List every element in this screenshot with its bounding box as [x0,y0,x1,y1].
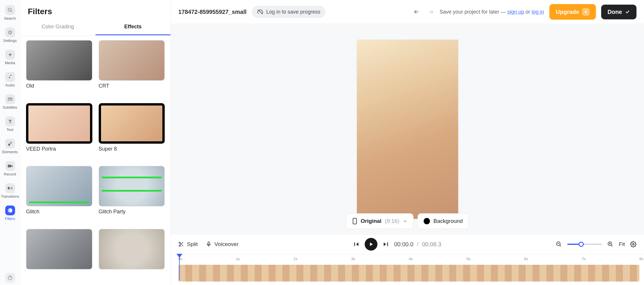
svg-rect-4 [8,100,10,100]
svg-rect-5 [11,100,12,100]
timeline-settings-button[interactable] [630,241,636,247]
effect-glitch[interactable]: Glitch [26,166,92,224]
tool-search[interactable]: Search [0,3,20,23]
tool-label: Record [4,172,16,176]
svg-rect-6 [8,144,10,146]
redo-button[interactable] [426,9,434,15]
subtitles-icon [5,94,15,104]
ruler-tick: 5s [467,257,471,261]
search-icon [5,5,15,15]
effect-thumb [99,103,165,144]
ruler-tick: 2s [293,257,298,261]
help-icon [5,273,15,283]
zoom-slider[interactable] [567,244,602,245]
login-to-save-button[interactable]: Log in to save progress [252,6,326,18]
timecode: 00:00.0 / 00:08.3 [394,241,441,248]
svg-point-15 [179,245,181,247]
effect-thumb [26,166,92,206]
aspect-dropdown[interactable]: Original (9:16) [346,213,413,229]
effect-old[interactable]: Old [26,40,92,98]
text-icon [5,116,15,126]
done-button[interactable]: Done [601,5,636,19]
tool-audio[interactable]: Audio [0,70,20,90]
play-icon [368,242,374,247]
effect-film[interactable] [26,229,92,281]
elements-icon [5,139,15,149]
video-preview[interactable] [357,40,458,219]
tool-transitions[interactable]: Transitions [0,181,20,201]
tool-media[interactable]: Media [0,47,20,67]
svg-point-14 [179,242,181,244]
effect-thumb [26,40,92,81]
mic-icon [206,241,212,247]
svg-point-0 [8,8,11,11]
effect-vhs[interactable] [99,229,165,281]
ruler-tick: 6s [524,257,528,261]
effects-grid: OldCRTVEED PortraSuper 8GlitchGlitch Par… [20,36,170,285]
tool-subtitles[interactable]: Subtitles [0,92,20,112]
record-icon [5,161,15,171]
fit-button[interactable]: Fit [619,241,625,247]
split-button[interactable]: Split [178,241,198,247]
effect-thumb [26,229,92,269]
effect-label: Glitch Party [99,209,165,215]
tool-elements[interactable]: Elements [0,136,20,156]
signup-link[interactable]: sign up [507,9,524,15]
zoom-out-button[interactable] [556,241,562,247]
tool-label: Elements [2,150,18,154]
tool-label: Transitions [1,194,19,199]
ruler-tick: 4s [409,257,413,261]
timeline-ruler: 0s1s2s3s4s5s6s7s8s [178,257,639,264]
svg-rect-10 [10,187,12,189]
zoom-in-button[interactable] [607,241,614,247]
ruler-tick: 8s [639,257,643,261]
effect-thumb [99,40,165,81]
tool-text[interactable]: Text [0,114,20,134]
tool-filters[interactable]: Filters [0,203,20,223]
effect-thumb [99,229,165,269]
login-link[interactable]: log in [532,9,544,15]
skip-back-button[interactable] [353,241,359,247]
background-button[interactable]: Background [418,213,469,229]
effect-crt[interactable]: CRT [99,40,165,98]
tab-color-grading[interactable]: Color Grading [20,19,96,35]
save-project-text: Save your project for later — sign up or… [440,9,544,15]
undo-button[interactable] [413,9,421,15]
effect-label: Old [26,83,92,89]
play-button[interactable] [365,238,377,251]
tool-rail: SearchSettingsMediaAudioSubtitlesTextEle… [0,0,20,285]
tool-label: Subtitles [3,105,17,110]
svg-rect-8 [8,165,11,167]
upgrade-button[interactable]: Upgrade [549,4,596,20]
effect-thumb [99,166,165,206]
timeline[interactable]: 0s1s2s3s4s5s6s7s8s [171,254,644,285]
svg-rect-3 [8,97,12,101]
project-name[interactable]: 178472-859955927_small [178,9,247,15]
transitions-icon [5,183,15,193]
tool-record[interactable]: Record [0,159,20,179]
cloud-off-icon [257,9,263,15]
video-track[interactable] [178,265,639,282]
tool-label: Audio [5,83,15,87]
media-icon [5,50,15,60]
timeline-controls: Split Voiceover 00:00.0 / 00:08.3 [171,234,644,254]
top-bar: 178472-859955927_small Log in to save pr… [171,0,644,24]
ruler-tick: 1s [236,257,240,261]
aspect-bar: Original (9:16) Background [346,213,469,229]
tab-effects[interactable]: Effects [96,19,171,35]
portrait-icon [352,218,357,225]
tool-label: Text [7,127,14,132]
effect-super-8[interactable]: Super 8 [99,103,165,161]
effect-glitch-party[interactable]: Glitch Party [99,166,165,224]
tool-label: Media [5,61,15,65]
effect-thumb [26,103,92,144]
skip-forward-button[interactable] [383,241,389,247]
scissors-icon [178,241,184,247]
effect-veed-portra[interactable]: VEED Portra [26,103,92,161]
effect-label: Glitch [26,209,92,215]
tool-settings[interactable]: Settings [0,25,20,45]
tool-label: Settings [3,38,17,43]
voiceover-button[interactable]: Voiceover [206,241,238,247]
check-icon [625,9,630,14]
help-button[interactable] [0,271,20,285]
